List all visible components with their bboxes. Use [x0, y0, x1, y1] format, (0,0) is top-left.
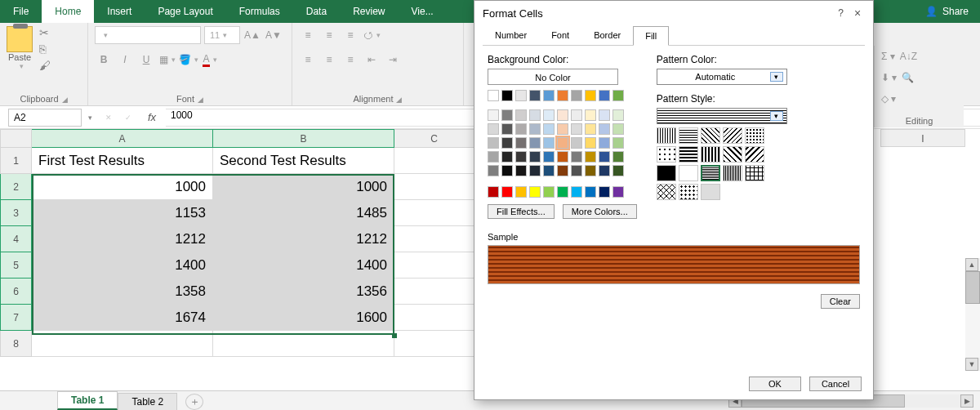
color-swatch[interactable]	[529, 137, 541, 149]
color-swatch[interactable]	[571, 137, 582, 149]
color-swatch[interactable]	[571, 109, 582, 121]
cell-a4[interactable]: 1212	[32, 226, 213, 252]
border-button[interactable]: ▦▾	[158, 51, 176, 69]
row-header-7[interactable]: 7	[1, 305, 32, 331]
color-swatch[interactable]	[599, 90, 610, 101]
row-header-5[interactable]: 5	[1, 252, 32, 279]
italic-button[interactable]: I	[116, 51, 134, 69]
tab-file[interactable]: File	[0, 0, 42, 23]
dialog-close-button[interactable]: ×	[850, 6, 865, 20]
tab-data[interactable]: Data	[293, 0, 340, 23]
cell-b5[interactable]: 1400	[213, 252, 394, 279]
paste-button[interactable]: Paste ▾	[7, 26, 33, 70]
color-swatch[interactable]	[585, 186, 596, 198]
pattern-swatch[interactable]	[679, 165, 698, 181]
cell-c7[interactable]	[394, 305, 474, 331]
color-swatch[interactable]	[599, 165, 610, 176]
color-swatch[interactable]	[515, 186, 527, 198]
color-swatch[interactable]	[488, 123, 499, 135]
pattern-swatch[interactable]	[701, 184, 720, 200]
clear-button[interactable]: ◇ ▾	[881, 93, 896, 105]
color-swatch[interactable]	[571, 90, 582, 101]
scroll-down-button[interactable]: ▼	[965, 358, 978, 371]
cut-button[interactable]: ✂	[39, 26, 54, 39]
increase-indent-button[interactable]: ⇥	[384, 51, 402, 69]
color-swatch[interactable]	[543, 165, 555, 176]
dialog-help-button[interactable]: ?	[838, 7, 844, 19]
color-swatch[interactable]	[488, 186, 499, 198]
color-swatch[interactable]	[529, 151, 541, 163]
pattern-swatch[interactable]	[745, 146, 764, 163]
color-swatch[interactable]	[501, 123, 513, 135]
color-swatch[interactable]	[529, 186, 541, 198]
tab-insert[interactable]: Insert	[94, 0, 145, 23]
tab-formulas[interactable]: Formulas	[226, 0, 293, 23]
color-swatch[interactable]	[515, 137, 527, 149]
tab-view[interactable]: Vie...	[399, 0, 447, 23]
col-header-a[interactable]: A	[32, 130, 213, 148]
cell-a6[interactable]: 1358	[32, 279, 213, 305]
cell-c6[interactable]	[394, 279, 474, 305]
color-swatch[interactable]	[488, 165, 499, 176]
fx-icon[interactable]: fx	[145, 110, 159, 125]
bold-button[interactable]: B	[95, 51, 113, 69]
grow-font-button[interactable]: A▲	[243, 26, 261, 44]
color-swatch[interactable]	[612, 109, 624, 121]
color-swatch[interactable]	[557, 109, 568, 121]
align-top-button[interactable]: ≡	[299, 26, 317, 44]
color-swatch[interactable]	[501, 151, 513, 163]
ok-button[interactable]: OK	[749, 377, 801, 391]
color-swatch[interactable]	[529, 109, 541, 121]
color-swatch[interactable]	[501, 109, 513, 121]
tab-home[interactable]: Home	[42, 0, 94, 23]
sheet-tab-table1[interactable]: Table 1	[57, 391, 118, 410]
row-header-6[interactable]: 6	[1, 279, 32, 305]
col-header-i[interactable]: I	[880, 129, 965, 147]
pattern-swatch[interactable]	[701, 146, 720, 163]
shrink-font-button[interactable]: A▼	[265, 26, 283, 44]
color-swatch[interactable]	[599, 137, 610, 149]
color-swatch[interactable]	[501, 137, 513, 149]
pattern-swatch[interactable]	[701, 127, 720, 144]
fill-button[interactable]: ⬇ ▾	[881, 72, 897, 83]
autosum-button[interactable]: Σ ▾	[881, 51, 895, 62]
cancel-button[interactable]: Cancel	[809, 377, 862, 391]
color-swatch[interactable]	[543, 186, 555, 198]
font-launch-icon[interactable]: ◢	[198, 96, 203, 104]
tab-review[interactable]: Review	[340, 0, 398, 23]
color-swatch[interactable]	[557, 90, 568, 101]
color-swatch[interactable]	[612, 137, 624, 149]
align-middle-button[interactable]: ≡	[320, 26, 338, 44]
pattern-swatch[interactable]	[745, 127, 764, 144]
color-swatch[interactable]	[488, 109, 499, 121]
pattern-swatch[interactable]	[657, 127, 676, 144]
fill-color-button[interactable]: 🪣▾	[180, 51, 198, 69]
enter-formula-icon[interactable]: ✓	[118, 114, 138, 122]
color-swatch[interactable]	[488, 151, 499, 163]
color-swatch[interactable]	[571, 165, 582, 176]
scroll-right-button[interactable]: ▶	[960, 394, 973, 408]
color-swatch[interactable]	[585, 90, 596, 101]
color-swatch[interactable]	[585, 151, 596, 163]
color-swatch[interactable]	[585, 123, 596, 135]
cell-c5[interactable]	[394, 252, 474, 279]
color-swatch[interactable]	[543, 109, 555, 121]
cell-a1[interactable]: First Test Results	[32, 148, 213, 174]
new-sheet-button[interactable]: ＋	[185, 394, 203, 410]
pattern-style-select[interactable]: ▾	[657, 108, 787, 124]
font-family-select[interactable]: ▾	[95, 26, 201, 44]
cell-a2[interactable]: 1000	[32, 174, 213, 200]
clear-button[interactable]: Clear	[821, 294, 860, 309]
vertical-scrollbar[interactable]: ▲ ▼	[965, 258, 980, 371]
name-box[interactable]: A2	[8, 109, 82, 127]
copy-button[interactable]: ⎘	[39, 42, 54, 56]
color-swatch[interactable]	[529, 90, 541, 101]
orientation-button[interactable]: ⭯▾	[363, 26, 381, 44]
clipboard-launch-icon[interactable]: ◢	[62, 96, 68, 104]
cell-a3[interactable]: 1153	[32, 200, 213, 226]
color-swatch[interactable]	[515, 123, 527, 135]
color-swatch[interactable]	[488, 137, 499, 149]
col-header-c[interactable]: C	[394, 130, 474, 148]
pattern-swatch[interactable]	[657, 184, 676, 200]
cell-b8[interactable]	[213, 331, 394, 357]
